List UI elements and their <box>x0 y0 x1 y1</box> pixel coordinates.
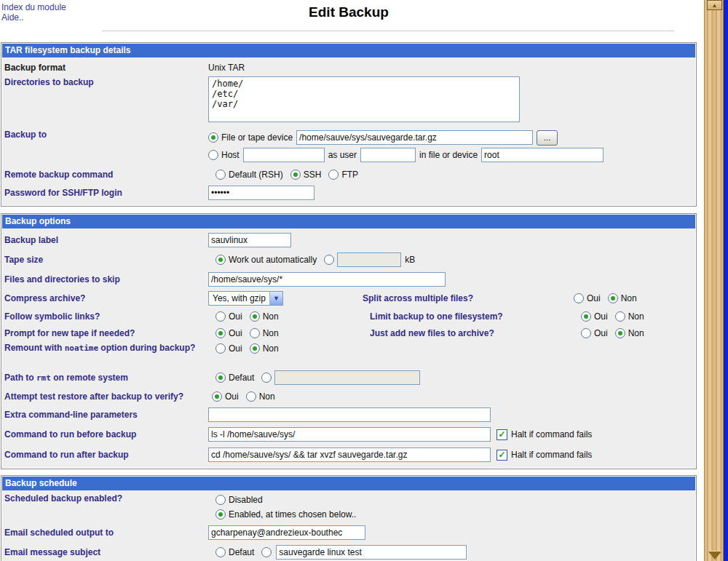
radio-testrestore-yes[interactable] <box>212 391 222 402</box>
skip-label: Files and directories to skip <box>4 274 208 285</box>
radio-prompt-yes[interactable] <box>215 328 226 338</box>
backup-format-label: Backup format <box>4 62 208 73</box>
ftp-label: FTP <box>341 170 358 180</box>
radio-split-yes[interactable] <box>574 293 584 303</box>
symlinks-label: Follow symbolic links? <box>4 311 208 322</box>
noatime-label: Remount with noatime option during backu… <box>4 342 208 354</box>
file-or-tape-label: File or tape device <box>221 132 293 143</box>
rmt-default-label: Defaut <box>229 373 254 383</box>
email-subject-input[interactable] <box>276 545 467 560</box>
radio-ftp[interactable] <box>328 170 339 180</box>
rsh-label: Default (RSH) <box>229 170 283 180</box>
radio-subject-custom[interactable] <box>261 547 272 557</box>
schedule-enabled-label: Scheduled backup enabled? <box>4 493 208 504</box>
symlinks-yes-label: Oui <box>229 311 242 322</box>
as-user-label: as user <box>328 150 357 160</box>
command-before-input[interactable] <box>208 427 491 442</box>
command-before-label: Command to run before backup <box>4 429 208 440</box>
radio-noatime-no[interactable] <box>250 343 260 354</box>
scrollbar-track[interactable] <box>704 0 724 561</box>
row-backup-format: Backup format Unix TAR <box>3 59 695 76</box>
radio-noatime-yes[interactable] <box>215 343 226 354</box>
radio-rmt-default[interactable] <box>215 373 226 383</box>
radio-schedule-enabled[interactable] <box>215 509 226 520</box>
in-file-label: in file or device <box>419 150 478 160</box>
halt-before-checkbox[interactable]: ✓ <box>496 429 507 440</box>
remote-file-input[interactable] <box>481 148 604 162</box>
radio-addnew-no[interactable] <box>615 328 625 338</box>
testrestore-no-label: Non <box>259 391 275 402</box>
scrollbar-down-arrow-icon[interactable] <box>708 552 721 560</box>
halt-before-label: Halt if command fails <box>511 429 592 439</box>
section-schedule-header: Backup schedule <box>1 476 696 490</box>
email-to-input[interactable] <box>208 525 365 540</box>
directories-textarea[interactable]: /home/ /etc/ /var/ <box>208 76 520 122</box>
file-device-input[interactable] <box>296 130 533 145</box>
radio-addnew-yes[interactable] <box>581 328 591 338</box>
addnew-no-label: Non <box>628 328 644 338</box>
radio-split-no[interactable] <box>608 293 618 303</box>
rmt-mono: rmt <box>36 373 51 383</box>
halt-after-label: Halt if command fails <box>511 450 592 460</box>
test-restore-label: Attempt test restore after backup to ver… <box>4 391 208 402</box>
radio-ssh[interactable] <box>290 170 301 180</box>
extra-params-input[interactable] <box>208 407 491 422</box>
testrestore-yes-label: Oui <box>225 391 239 402</box>
section-backup-schedule: Backup schedule Scheduled backup enabled… <box>1 475 697 561</box>
section-options-body: Backup label Tape size Work out automati… <box>1 228 696 469</box>
ssh-password-label: Password for SSH/FTP login <box>4 187 208 199</box>
scrollbar-up-arrow-icon[interactable]: ▲ <box>707 0 722 10</box>
host-input[interactable] <box>243 148 325 162</box>
row-backup-label: Backup label <box>3 230 695 250</box>
rmt-label: Path to rmt on remote system <box>4 372 208 383</box>
command-after-input[interactable] <box>208 447 491 462</box>
radio-file-or-tape-device[interactable] <box>208 132 218 143</box>
right-edge-strip <box>724 0 728 561</box>
backup-label-input[interactable] <box>208 233 291 247</box>
radio-subject-default[interactable] <box>215 547 226 557</box>
directories-label: Directories to backup <box>4 76 208 88</box>
row-remote-command: Remote backup command Default (RSH) SSH … <box>3 166 695 183</box>
main-content: Index du module Aide.. Edit Backup TAR f… <box>0 0 697 561</box>
compress-dropdown-arrow-icon: ▼ <box>269 292 282 305</box>
onefs-yes-label: Oui <box>594 311 608 322</box>
backup-format-value: Unix TAR <box>208 63 245 73</box>
row-extra-params: Extra command-line parameters <box>3 405 695 424</box>
radio-testrestore-no[interactable] <box>246 391 256 402</box>
user-input[interactable] <box>360 148 416 162</box>
host-label: Host <box>221 150 240 160</box>
radio-host[interactable] <box>208 150 218 160</box>
halt-after-checkbox[interactable]: ✓ <box>496 450 507 461</box>
row-email-subject: Email message subject Defaut <box>3 542 695 561</box>
browse-button[interactable]: ... <box>537 130 558 146</box>
tape-size-unit: kB <box>405 255 415 265</box>
radio-tape-auto[interactable] <box>215 255 226 265</box>
radio-symlinks-no[interactable] <box>250 311 260 322</box>
compress-select[interactable]: Yes, with gzip ▼ <box>208 291 283 306</box>
ssh-password-input[interactable] <box>208 186 314 200</box>
radio-schedule-disabled[interactable] <box>215 495 226 505</box>
row-directories: Directories to backup /home/ /etc/ /var/ <box>3 76 695 128</box>
section-tar-header: TAR filesystem backup details <box>1 43 696 57</box>
prompt-tape-label: Prompt for new tape if needed? <box>4 327 208 339</box>
ssh-label: SSH <box>304 170 322 180</box>
row-test-restore: Attempt test restore after backup to ver… <box>3 388 695 405</box>
radio-prompt-no[interactable] <box>250 328 260 338</box>
remote-command-label: Remote backup command <box>4 169 208 180</box>
extra-params-label: Extra command-line parameters <box>4 409 208 421</box>
radio-onefs-yes[interactable] <box>581 311 591 322</box>
radio-symlinks-yes[interactable] <box>215 311 226 322</box>
row-email-to: Email scheduled output to <box>3 522 695 542</box>
row-compress-split: Compress archive? Yes, with gzip ▼ Split… <box>3 289 695 308</box>
schedule-disabled-label: Disabled <box>229 495 263 505</box>
radio-rsh[interactable] <box>215 170 226 180</box>
row-tape-size: Tape size Work out automatically kB <box>3 250 695 270</box>
radio-rmt-custom[interactable] <box>261 373 272 383</box>
noatime-mono: noatime <box>65 343 98 353</box>
radio-onefs-no[interactable] <box>615 311 625 322</box>
skip-input[interactable] <box>208 272 446 287</box>
radio-tape-manual[interactable] <box>324 255 334 265</box>
one-fs-label: Limit backup to one filesystem? <box>370 311 581 322</box>
section-tar-body: Backup format Unix TAR Directories to ba… <box>1 57 696 206</box>
compress-select-value: Yes, with gzip <box>209 292 269 305</box>
